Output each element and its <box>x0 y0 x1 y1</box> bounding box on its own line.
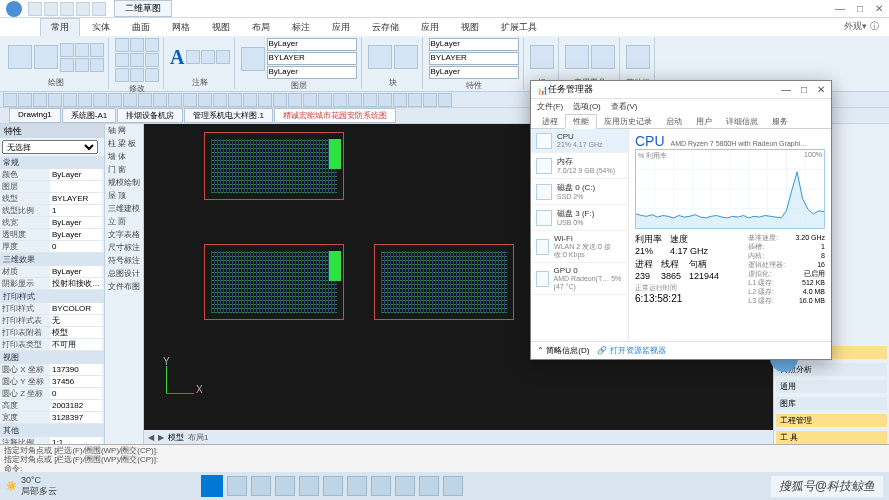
group-icon[interactable] <box>530 45 554 69</box>
layout-tab[interactable]: 模型 <box>168 432 184 443</box>
ribbon-tab[interactable]: 标注 <box>282 19 320 36</box>
taskbar-app-icon[interactable] <box>347 476 367 496</box>
toolbar-btn[interactable] <box>18 93 32 107</box>
dim-tool-icon[interactable] <box>186 50 200 64</box>
document-tab[interactable]: 系统图-A1 <box>62 108 116 123</box>
ribbon-tab[interactable]: 布局 <box>242 19 280 36</box>
taskmgr-tab[interactable]: 详细信息 <box>719 115 765 128</box>
measure-icon[interactable] <box>565 45 589 69</box>
taskbar-app-icon[interactable] <box>227 476 247 496</box>
ribbon-tab[interactable]: 网格 <box>162 19 200 36</box>
paste-icon[interactable] <box>626 45 650 69</box>
toolbar-btn[interactable] <box>258 93 272 107</box>
property-row[interactable]: 透明度ByLayer <box>0 229 104 241</box>
line-tool-icon[interactable] <box>8 45 32 69</box>
polyline-tool-icon[interactable] <box>34 45 58 69</box>
mirror-tool-icon[interactable] <box>130 53 144 67</box>
layer-dropdown[interactable]: ByLayer <box>267 38 357 51</box>
property-value[interactable]: 不可用 <box>50 339 102 350</box>
palette-item[interactable]: 规模绘制 <box>105 176 143 189</box>
toolbar-btn[interactable] <box>423 93 437 107</box>
toolbar-btn[interactable] <box>318 93 332 107</box>
taskbar-weather[interactable]: ☀️ 30°C 局部多云 <box>6 475 57 498</box>
taskbar-app-icon[interactable] <box>323 476 343 496</box>
property-row[interactable]: 圆心 Z 坐标0 <box>0 388 104 400</box>
close-button[interactable]: ✕ <box>817 84 825 95</box>
close-button[interactable]: ✕ <box>875 3 883 14</box>
property-row[interactable]: 线宽ByLayer <box>0 217 104 229</box>
taskmgr-sidebar-item[interactable]: Wi-FiWLAN 2 发送:0 接收:0 Kbps <box>531 231 628 263</box>
insert-block-icon[interactable] <box>368 45 392 69</box>
taskbar-app-icon[interactable] <box>443 476 463 496</box>
toolbar-btn[interactable] <box>288 93 302 107</box>
skin-switch[interactable]: 外观▾ ⓘ <box>844 20 879 33</box>
layout-tab-next[interactable]: ▶ <box>158 433 164 442</box>
current-document-tab[interactable]: 二维草图 <box>114 0 172 17</box>
ribbon-tab[interactable]: 实体 <box>82 19 120 36</box>
menu-item[interactable]: 查看(V) <box>611 101 638 112</box>
taskmgr-tab[interactable]: 进程 <box>535 115 565 128</box>
property-value[interactable]: BYLAYER <box>50 193 102 204</box>
maximize-button[interactable]: □ <box>857 3 863 14</box>
toolbar-btn[interactable] <box>183 93 197 107</box>
qat-btn[interactable] <box>44 2 58 16</box>
taskmgr-sidebar-item[interactable]: GPU 0AMD Radeon(T… 5% (47 °C) <box>531 263 628 295</box>
palette-item[interactable]: 符号标注 <box>105 254 143 267</box>
taskbar-app-icon[interactable] <box>395 476 415 496</box>
toolbar-btn[interactable] <box>333 93 347 107</box>
property-row[interactable]: 图层 <box>0 181 104 193</box>
task-manager-titlebar[interactable]: 📊 任务管理器 — □ ✕ <box>531 81 831 99</box>
start-button[interactable] <box>201 475 223 497</box>
menu-item[interactable]: 选项(O) <box>573 101 601 112</box>
layout-tab-prev[interactable]: ◀ <box>148 433 154 442</box>
linetype-dropdown[interactable]: ByLayer <box>429 66 519 79</box>
layout-tab[interactable]: 布局1 <box>188 432 208 443</box>
scale-tool-icon[interactable] <box>145 53 159 67</box>
toolbar-btn[interactable] <box>228 93 242 107</box>
property-row[interactable]: 打印样式表无 <box>0 315 104 327</box>
property-row[interactable]: 阴影显示投射和接收阴影 <box>0 278 104 290</box>
document-tab[interactable]: Drawing1 <box>9 108 61 123</box>
property-value[interactable] <box>50 181 102 192</box>
draw-tool-icon[interactable] <box>75 58 89 72</box>
taskmgr-sidebar-item[interactable]: CPU21% 4.17 GHz <box>531 129 628 153</box>
palette-item[interactable]: 柱 梁 板 <box>105 137 143 150</box>
document-tab[interactable]: 排烟设备机房 <box>117 108 183 123</box>
qat-btn[interactable] <box>76 2 90 16</box>
ribbon-tab[interactable]: 应用 <box>322 19 360 36</box>
property-value[interactable]: 3128397 <box>50 412 102 423</box>
property-value[interactable]: 2003182 <box>50 400 102 411</box>
taskmgr-sidebar-item[interactable]: 内存7.0/12.9 GB (54%) <box>531 153 628 179</box>
minimize-button[interactable]: — <box>781 84 791 95</box>
property-value[interactable]: BYCOLOR <box>50 303 102 314</box>
toolbar-btn[interactable] <box>438 93 452 107</box>
toolbar-btn[interactable] <box>3 93 17 107</box>
minimize-button[interactable]: — <box>835 3 845 14</box>
toolbar-btn[interactable] <box>303 93 317 107</box>
ribbon-tab[interactable]: 云存储 <box>362 19 409 36</box>
toolbar-btn[interactable] <box>153 93 167 107</box>
palette-item[interactable]: 立 面 <box>105 215 143 228</box>
arc-tool-icon[interactable] <box>75 43 89 57</box>
property-value[interactable]: 0 <box>50 388 102 399</box>
palette-button[interactable]: 工程管理 <box>776 414 887 427</box>
property-row[interactable]: 圆心 X 坐标137390 <box>0 364 104 376</box>
toolbar-btn[interactable] <box>33 93 47 107</box>
property-value[interactable]: 投射和接收阴影 <box>50 278 102 289</box>
ribbon-tab[interactable]: 扩展工具 <box>491 19 547 36</box>
property-value[interactable]: 无 <box>50 315 102 326</box>
taskbar-app-icon[interactable] <box>251 476 271 496</box>
table-tool-icon[interactable] <box>216 50 230 64</box>
layer-dropdown[interactable]: BYLAYER <box>267 52 357 65</box>
toolbar-btn[interactable] <box>348 93 362 107</box>
offset-tool-icon[interactable] <box>145 68 159 82</box>
property-row[interactable]: 线型比例1 <box>0 205 104 217</box>
open-resource-monitor-link[interactable]: 🔗 打开资源监视器 <box>597 345 665 356</box>
toolbar-btn[interactable] <box>198 93 212 107</box>
property-value[interactable]: 137390 <box>50 364 102 375</box>
taskbar-app-icon[interactable] <box>275 476 295 496</box>
property-row[interactable]: 高度2003182 <box>0 400 104 412</box>
ribbon-tab[interactable]: 应用 <box>411 19 449 36</box>
palette-item[interactable]: 墙 体 <box>105 150 143 163</box>
property-row[interactable]: 打印样式BYCOLOR <box>0 303 104 315</box>
